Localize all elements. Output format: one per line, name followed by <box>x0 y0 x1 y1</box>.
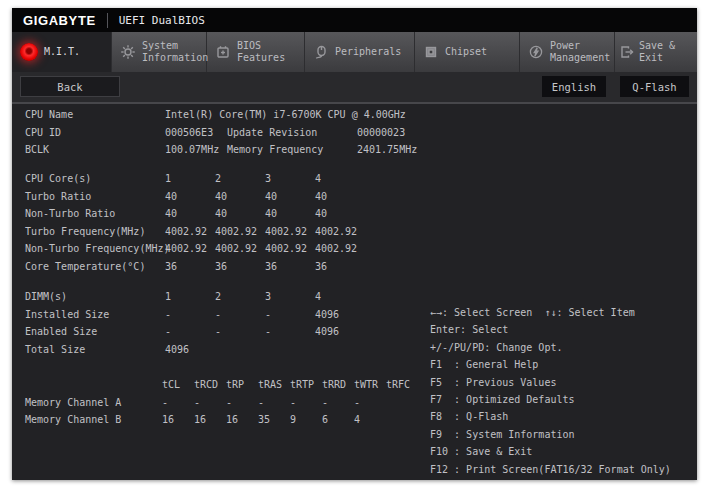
back-button[interactable]: Back <box>20 76 120 97</box>
cell-value: 4 <box>315 173 365 184</box>
cell-value: 40 <box>315 191 365 202</box>
help-line: +/-/PU/PD: Change Opt. <box>430 339 671 356</box>
table-row: Memory Channel A - - - - - - - <box>25 394 418 412</box>
row-label: CPU Name <box>25 109 165 120</box>
tab-peripherals[interactable]: Peripherals <box>305 32 415 72</box>
table-row: CPU ID 000506E3 Update Revision 00000023 <box>25 124 417 142</box>
row-label: Update Revision <box>227 127 357 138</box>
tab-chipset[interactable]: Chipset <box>415 32 520 72</box>
row-label: Core Temperature(°C) <box>25 261 165 272</box>
cell-value: 00000023 <box>357 127 417 138</box>
cell-value: 4002.92 <box>315 243 365 254</box>
main-content: CPU Name Intel(R) Core(TM) i7-6700K CPU … <box>12 104 697 480</box>
table-row: Total Size 4096 <box>25 341 365 359</box>
tab-label: Peripherals <box>335 46 401 59</box>
cell-value: 36 <box>215 261 265 272</box>
cell-value: 4002.92 <box>165 226 215 237</box>
title-divider <box>107 13 108 28</box>
table-row: BCLK 100.07MHz Memory Frequency 2401.75M… <box>25 141 417 159</box>
bios-window: GIGABYTE UEFI DualBIOS M.I.T. System Inf… <box>12 8 697 480</box>
cell-value: - <box>194 397 226 408</box>
cell-value: 36 <box>265 261 315 272</box>
cell-value: 2401.75MHz <box>357 144 417 155</box>
table-row: Memory Channel B 16 16 16 35 9 6 4 <box>25 411 418 429</box>
tab-power-management[interactable]: Power Management <box>520 32 615 72</box>
help-line: ESC : Exit <box>430 478 671 480</box>
cell-value: 4096 <box>165 344 215 355</box>
table-row: Core Temperature(°C) 36 36 36 36 <box>25 258 365 276</box>
tab-label: Chipset <box>445 46 487 59</box>
row-label: Memory Channel B <box>25 414 162 425</box>
product-title: UEFI DualBIOS <box>119 14 205 27</box>
cell-value: Intel(R) Core(TM) i7-6700K CPU @ 4.00GHz <box>165 109 417 120</box>
row-label: CPU ID <box>25 127 165 138</box>
table-row: Non-Turbo Ratio 40 40 40 40 <box>25 205 365 223</box>
cell-value: 40 <box>215 191 265 202</box>
cell-value: 36 <box>315 261 365 272</box>
title-bar: GIGABYTE UEFI DualBIOS <box>12 8 697 32</box>
cell-value: 6 <box>322 414 354 425</box>
dimm-table-section: DIMM(s) 1 2 3 4 Installed Size - - - 409… <box>25 288 365 358</box>
qflash-button[interactable]: Q-Flash <box>620 76 689 97</box>
tab-system-information[interactable]: System Information <box>112 32 207 72</box>
language-button[interactable]: English <box>542 76 606 97</box>
cell-value: 1 <box>165 173 215 184</box>
cell-value: 4002.92 <box>215 243 265 254</box>
cell-value: 2 <box>215 291 265 302</box>
row-label: BCLK <box>25 144 165 155</box>
help-line: F9 : System Information <box>430 426 671 443</box>
cell-value: 40 <box>265 208 315 219</box>
cell-value: 4002.92 <box>165 243 215 254</box>
cell-value: - <box>226 397 258 408</box>
row-label: Non-Turbo Ratio <box>25 208 165 219</box>
cell-value: 9 <box>290 414 322 425</box>
bios-chip-icon <box>215 44 231 60</box>
cell-value: 4096 <box>315 326 365 337</box>
timing-table-section: tCL tRCD tRP tRAS tRTP tRRD tWTR tRFC Me… <box>25 376 418 429</box>
table-row: CPU Name Intel(R) Core(TM) i7-6700K CPU … <box>25 106 417 124</box>
row-label: Enabled Size <box>25 326 165 337</box>
cell-value: 000506E3 <box>165 127 227 138</box>
cell-value: 4002.92 <box>265 226 315 237</box>
tab-bar: M.I.T. System Information BIOS F <box>12 32 697 72</box>
cell-value: - <box>354 397 386 408</box>
core-table-section: CPU Core(s) 1 2 3 4 Turbo Ratio 40 40 40… <box>25 170 365 275</box>
row-label: Turbo Frequency(MHz) <box>25 226 165 237</box>
cell-value: 16 <box>226 414 258 425</box>
help-line: F7 : Optimized Defaults <box>430 391 671 408</box>
tab-label: Power Management <box>550 40 610 65</box>
cell-value: - <box>322 397 354 408</box>
tab-mit[interactable]: M.I.T. <box>12 32 112 72</box>
help-line: F1 : General Help <box>430 356 671 373</box>
cell-value: 40 <box>215 208 265 219</box>
cell-value: - <box>165 326 215 337</box>
mouse-icon <box>313 44 329 60</box>
cell-value: 1 <box>165 291 215 302</box>
cell-value: - <box>290 397 322 408</box>
cpu-info-section: CPU Name Intel(R) Core(TM) i7-6700K CPU … <box>25 106 417 159</box>
column-header: tRFC <box>386 379 418 390</box>
cell-value: 4 <box>354 414 386 425</box>
column-header: tCL <box>162 379 194 390</box>
row-label: CPU Core(s) <box>25 173 165 184</box>
help-line: F10 : Save & Exit <box>430 443 671 460</box>
cell-value: 35 <box>258 414 290 425</box>
row-label: Non-Turbo Frequency(MHz) <box>25 243 165 254</box>
cell-value: - <box>258 397 290 408</box>
cell-value: 36 <box>165 261 215 272</box>
cell-value: - <box>165 309 215 320</box>
cell-value: - <box>265 309 315 320</box>
cell-value: 40 <box>315 208 365 219</box>
table-row: Enabled Size - - - 4096 <box>25 323 365 341</box>
tab-save-exit[interactable]: Save & Exit <box>615 32 697 72</box>
tab-bios-features[interactable]: BIOS Features <box>207 32 305 72</box>
cell-value: 2 <box>215 173 265 184</box>
row-label: Total Size <box>25 344 165 355</box>
table-row: Non-Turbo Frequency(MHz) 4002.92 4002.92… <box>25 240 365 258</box>
tab-label: BIOS Features <box>237 40 285 65</box>
row-label: Installed Size <box>25 309 165 320</box>
cell-value: 16 <box>162 414 194 425</box>
column-header: tRRD <box>322 379 354 390</box>
power-bolt-icon <box>528 44 544 60</box>
row-label: DIMM(s) <box>25 291 165 302</box>
